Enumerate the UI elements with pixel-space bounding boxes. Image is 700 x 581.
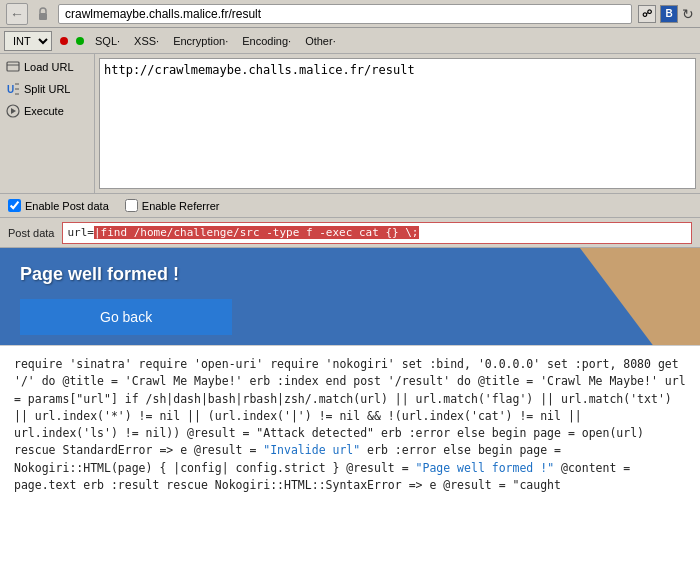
lock-icon <box>34 5 52 23</box>
postdata-highlighted: |find /home/challenge/src -type f -exec … <box>94 226 419 239</box>
load-url-label: Load URL <box>24 61 74 73</box>
enable-post-data-checkbox[interactable] <box>8 199 21 212</box>
code-area: require 'sinatra' require 'open-uri' req… <box>0 345 700 581</box>
b-icon[interactable]: B <box>660 5 678 23</box>
brown-triangle-decoration <box>580 248 700 345</box>
url-area <box>95 54 700 193</box>
enable-post-data-text: Enable Post data <box>25 200 109 212</box>
execute-icon <box>6 104 20 118</box>
load-url-button[interactable]: Load URL <box>2 58 92 76</box>
back-button[interactable]: ← <box>6 3 28 25</box>
encoding-menu[interactable]: Encoding· <box>239 34 294 48</box>
browser-icons: ☍ B ↻ <box>638 5 694 23</box>
other-menu[interactable]: Other· <box>302 34 339 48</box>
postdata-prefix: url= <box>67 226 94 239</box>
enable-referrer-checkbox[interactable] <box>125 199 138 212</box>
go-back-button[interactable]: Go back <box>20 299 232 335</box>
browser-bar: ← crawlmemaybe.challs.malice.fr/result ☍… <box>0 0 700 28</box>
svg-text:U: U <box>7 84 14 95</box>
main-area: Load URL U Split URL Execute <box>0 54 700 194</box>
page-section: Page well formed ! Go back require 'sina… <box>0 248 700 581</box>
green-dot-icon <box>76 37 84 45</box>
load-url-icon <box>6 60 20 74</box>
encryption-menu[interactable]: Encryption· <box>170 34 231 48</box>
sql-menu[interactable]: SQL· <box>92 34 123 48</box>
reload-button[interactable]: ↻ <box>682 6 694 22</box>
xss-menu[interactable]: XSS· <box>131 34 162 48</box>
well-formed-text: Page well formed ! <box>0 248 199 293</box>
code-text: require 'sinatra' require 'open-uri' req… <box>14 357 686 492</box>
url-input[interactable] <box>99 58 696 189</box>
execute-label: Execute <box>24 105 64 117</box>
svg-marker-8 <box>11 108 16 114</box>
side-toolbar: Load URL U Split URL Execute <box>0 54 95 193</box>
execute-button[interactable]: Execute <box>2 102 92 120</box>
enable-referrer-text: Enable Referrer <box>142 200 220 212</box>
split-url-label: Split URL <box>24 83 70 95</box>
enable-post-data-label[interactable]: Enable Post data <box>8 199 109 212</box>
postdata-label: Post data <box>8 227 54 239</box>
split-url-button[interactable]: U Split URL <box>2 80 92 98</box>
options-row: Enable Post data Enable Referrer <box>0 194 700 218</box>
split-url-icon: U <box>6 82 20 96</box>
address-bar[interactable]: crawlmemaybe.challs.malice.fr/result <box>58 4 632 24</box>
svg-rect-1 <box>7 62 19 71</box>
page-content: Page well formed ! Go back <box>0 248 700 345</box>
enable-referrer-label[interactable]: Enable Referrer <box>125 199 220 212</box>
toolbar: INT SQL· XSS· Encryption· Encoding· Othe… <box>0 28 700 54</box>
url-text: crawlmemaybe.challs.malice.fr/result <box>65 7 261 21</box>
svg-rect-0 <box>39 13 47 20</box>
bookmark-icon[interactable]: ☍ <box>638 5 656 23</box>
red-dot-icon <box>60 37 68 45</box>
int-select[interactable]: INT <box>4 31 52 51</box>
postdata-row: Post data url=|find /home/challenge/src … <box>0 218 700 248</box>
